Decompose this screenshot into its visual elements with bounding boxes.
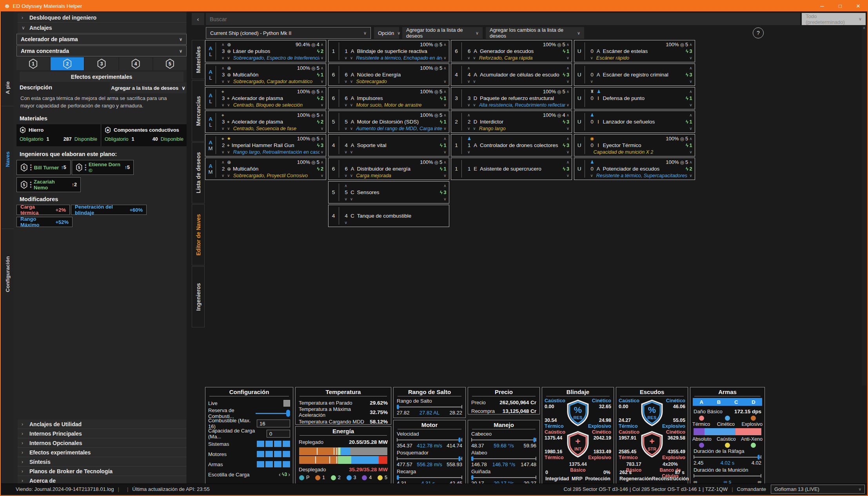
size-up-icon[interactable]: ∧ (222, 66, 224, 70)
slider-thumb[interactable] (472, 456, 474, 461)
jump-range-slider[interactable]: Rango de Salto27.8227.82 AL28.22 (394, 398, 465, 417)
grade-down-icon[interactable]: ∨ (689, 126, 692, 131)
stepper-left-icon[interactable]: ‹ (279, 471, 281, 478)
weapon-tab-d[interactable]: D (752, 399, 755, 405)
size-up-icon[interactable]: ∧ (467, 113, 470, 117)
slider-thumb[interactable] (459, 438, 461, 442)
size-down-icon[interactable]: ∨ (350, 126, 353, 131)
size-up-icon[interactable]: ∧ (222, 160, 224, 164)
module-card[interactable]: 1100%◎5∧1ABlindaje de superficie reactiv… (328, 40, 449, 62)
size-down-icon[interactable]: ∨ (345, 79, 347, 84)
size-down-icon[interactable]: ∨ (467, 126, 470, 131)
module-card[interactable]: 5100%◎5∧5AMotor de Distorsión (SDS)ϟ1∨∨A… (328, 111, 449, 133)
slider-thumb[interactable] (459, 456, 461, 461)
stat-slider[interactable]: Cabeceo48.3759.68 °/s59.96 (468, 431, 539, 450)
grade-up-icon[interactable]: ∧ (321, 66, 323, 70)
size-down-icon[interactable]: ∨ (590, 79, 593, 84)
sidebar-section-anclajes-de-utilidad[interactable]: ›Anclajes de Utilidad (18, 420, 186, 429)
module-card[interactable]: 6100%◎5∧6AGenerador de escudosϟ1∨∨Reforz… (451, 40, 572, 62)
size-down-icon[interactable]: ∨ (473, 56, 476, 60)
stat-slider[interactable]: Duración de la Ráfaga2.454.02 s4.02 (690, 448, 764, 467)
close-button[interactable]: ✕ (849, 1, 867, 11)
grade-up-icon[interactable]: ∧ (443, 113, 446, 117)
size-down-icon[interactable]: ∨ (473, 126, 476, 131)
grade-up-icon[interactable]: ∧ (567, 42, 569, 47)
add-changes-wishlist-button[interactable]: Agregar los cambios a la lista de deseos… (486, 27, 584, 39)
grade-up-icon[interactable]: ∧ (443, 42, 446, 47)
blueprint-dropdown[interactable]: Acelerador de plasma∨ (16, 34, 187, 45)
size-down-icon[interactable]: ∨ (222, 79, 224, 84)
grade-down-icon[interactable]: ∨ (321, 126, 323, 131)
size-down-icon[interactable]: ∨ (345, 126, 347, 131)
grade-up-icon[interactable]: ∧ (689, 89, 692, 94)
sidebar-section-planos-de-broker-de-tecnología[interactable]: ›Planos de Broker de Tecnología (18, 467, 186, 476)
grade-down-icon[interactable]: ∨ (689, 56, 692, 60)
pip[interactable] (274, 451, 281, 457)
grade-down-icon[interactable]: ∨ (443, 126, 446, 131)
module-card[interactable]: AL∧⊕100%◎5∧3⊕Multicañónϟ1∨∨Sobrecargado,… (205, 64, 326, 86)
grade-up-icon[interactable]: ∧ (443, 89, 446, 94)
fuel-input[interactable] (257, 420, 290, 427)
grade-3-button[interactable]: 3 (85, 57, 118, 70)
grade-down-icon[interactable]: ∨ (443, 56, 446, 60)
stepper-right-icon[interactable]: › (288, 471, 290, 478)
grade-down-icon[interactable]: ∨ (443, 197, 446, 201)
stat-slider[interactable]: Alabeo146.78146.78 °/s147.48 (468, 450, 539, 469)
module-card[interactable]: AL⌖100%◎5∧3⌖Acelerador de plasmaϟ2∨∨Cent… (205, 111, 326, 133)
grade-down-icon[interactable]: ∨ (443, 173, 446, 178)
size-down-icon[interactable]: ∨ (345, 197, 347, 201)
live-checkbox[interactable] (283, 400, 290, 407)
grade-down-icon[interactable]: ∨ (567, 79, 569, 84)
size-up-icon[interactable]: ∧ (222, 42, 224, 47)
module-card[interactable]: U♟100%◎5∧0APotenciador de escudosϟ2∨Resi… (574, 158, 695, 180)
grade-down-icon[interactable]: ∨ (567, 150, 569, 154)
help-button[interactable]: ? (753, 27, 764, 38)
grade-down-icon[interactable]: ∨ (321, 56, 323, 60)
grade-down-icon[interactable]: ∨ (443, 150, 446, 154)
grade-up-icon[interactable]: ∧ (689, 113, 692, 117)
size-down-icon[interactable]: ∨ (350, 150, 353, 154)
size-up-icon[interactable]: ∧ (467, 66, 470, 70)
sidebar-section-efectos-experimentales[interactable]: ›Efectos experimentales (18, 448, 186, 457)
left-tab-naves[interactable]: Naves (2, 141, 14, 178)
module-card[interactable]: U♜♟∧0IDefensa de puntoϟ1∨ (574, 87, 695, 109)
module-card[interactable]: AL⌖100%◎5∧3⌖Acelerador de plasmaϟ2∨∨Cent… (205, 87, 326, 109)
grade-down-icon[interactable]: ∨ (443, 103, 446, 107)
size-down-icon[interactable]: ∨ (345, 220, 347, 225)
size-down-icon[interactable]: ∨ (350, 173, 353, 178)
size-down-icon[interactable]: ∨ (227, 103, 230, 107)
cargo-input[interactable] (267, 430, 290, 438)
module-card[interactable]: 4∧∧4AAcumulador de células de escudoϟ3∨∨… (451, 64, 572, 86)
size-down-icon[interactable]: ∨ (227, 173, 230, 178)
grade-down-icon[interactable]: ∨ (321, 150, 323, 154)
commander-dropdown[interactable]: Gofioman 13 (LIVE)∨ (771, 485, 865, 494)
grade-up-icon[interactable]: ∧ (689, 42, 692, 47)
grade-down-icon[interactable]: ∨ (321, 103, 323, 107)
collapse-sidebar-button[interactable]: ‹ (192, 13, 204, 25)
module-card[interactable]: AM∧⊕100%◎5∧2⊕Multicañónϟ2∨∨Sobrecargado,… (205, 158, 326, 180)
size-down-icon[interactable]: ∨ (350, 197, 353, 201)
module-card[interactable]: 5∧∧5CSensoresϟ3∨∨∨ (328, 181, 449, 203)
vertical-scrollbar[interactable]: ∧ (862, 26, 866, 385)
slider-thumb[interactable] (286, 410, 290, 417)
size-down-icon[interactable]: ∨ (227, 150, 230, 154)
size-down-icon[interactable]: ∨ (473, 79, 476, 84)
tab-editor-de-naves[interactable]: Editor de Naves (192, 204, 205, 265)
grade-up-icon[interactable]: ∧ (443, 66, 446, 70)
pip[interactable] (257, 461, 264, 467)
grade-up-icon[interactable]: ∧ (443, 160, 446, 164)
slider-thumb[interactable] (758, 455, 760, 460)
size-down-icon[interactable]: ∨ (590, 173, 593, 178)
weapon-tab-a[interactable]: A (699, 399, 703, 405)
maximize-button[interactable]: □ (831, 1, 849, 11)
module-card[interactable]: 44CTanque de combustible∨ (328, 205, 449, 227)
size-down-icon[interactable]: ∨ (345, 103, 347, 107)
stat-slider[interactable]: Duración de la Munición∞∞ s∞ (690, 467, 764, 486)
slider-thumb[interactable] (397, 405, 399, 409)
grade-down-icon[interactable]: ∨ (567, 173, 569, 178)
filter-dropdown[interactable]: Todo (predeterminado) ∨ (802, 13, 866, 25)
size-down-icon[interactable]: ∨ (350, 103, 353, 107)
grade-down-icon[interactable]: ∨ (689, 150, 692, 154)
module-card[interactable]: 1∧1EAsistente de supercruceroϟ3∨ (451, 158, 572, 180)
grade-up-icon[interactable]: ∧ (689, 160, 692, 164)
